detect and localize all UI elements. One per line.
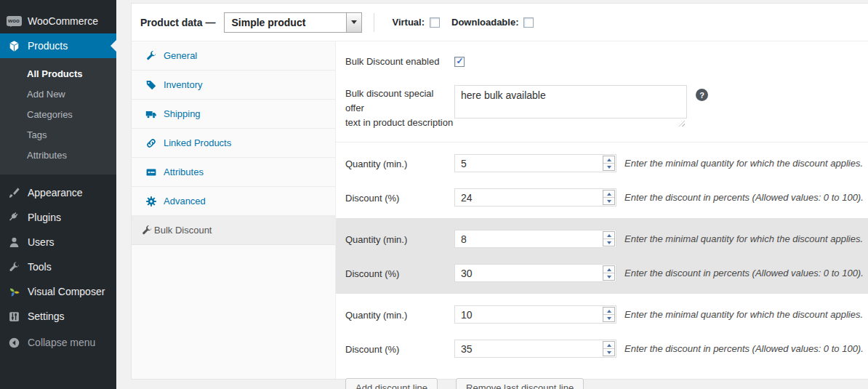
tab-label: Shipping [164, 108, 201, 119]
woocommerce-icon: woo [6, 16, 22, 26]
pinwheel-icon [6, 286, 22, 298]
tab-label: General [164, 50, 197, 61]
tab-label: Bulk Discount [154, 225, 212, 236]
dropdown-arrow-icon[interactable] [346, 13, 361, 32]
quantity-input-box [454, 154, 616, 172]
spin-up-icon[interactable] [603, 191, 614, 197]
sidebar-item-categories[interactable]: Categories [0, 105, 116, 125]
wrench-icon [6, 261, 22, 273]
discount-input[interactable] [455, 192, 603, 204]
spin-up-icon[interactable] [603, 308, 614, 314]
gear-icon [145, 196, 157, 207]
bulk-discount-enabled-checkbox[interactable] [454, 57, 465, 67]
field-label: Discount (%) [345, 341, 454, 357]
downloadable-option: Downloadable: [451, 17, 534, 28]
sidebar-item-visual-composer[interactable]: Visual Composer [0, 279, 116, 304]
spin-down-icon[interactable] [603, 163, 614, 170]
spin-down-icon[interactable] [603, 197, 614, 204]
spin-down-icon[interactable] [603, 238, 614, 246]
sliders-icon [6, 310, 22, 323]
tab-general[interactable]: General [132, 41, 335, 71]
collapse-menu-button[interactable]: Collapse menu [0, 330, 116, 355]
virtual-option: Virtual: [392, 17, 440, 28]
quantity-input[interactable] [455, 309, 603, 321]
quantity-input[interactable] [455, 233, 603, 245]
field-hint: Enter the minimal quantity for which the… [624, 309, 863, 320]
product-data-header: Product data — Simple product Virtual: D… [132, 4, 868, 41]
downloadable-label: Downloadable: [451, 17, 518, 28]
remove-last-discount-line-button[interactable]: Remove last discount line [456, 378, 584, 389]
sidebar-item-tools[interactable]: Tools [0, 254, 116, 279]
offer-textarea[interactable]: here bulk available [454, 85, 687, 119]
tag-icon [145, 79, 157, 91]
bulk-discount-enabled-row: Bulk Discount enabled [345, 55, 868, 69]
tab-label: Advanced [164, 196, 206, 206]
discount-block-2: Quantity (min.) Enter the minimal quanti… [336, 218, 868, 294]
field-label: Quantity (min.) [345, 307, 454, 323]
spin-down-icon[interactable] [603, 314, 614, 321]
spin-up-icon[interactable] [603, 266, 614, 273]
sidebar-item-all-products[interactable]: All Products [0, 64, 116, 84]
spinner-buttons[interactable] [603, 190, 615, 205]
resize-grip-icon[interactable] [678, 120, 685, 127]
quantity-input[interactable] [455, 158, 603, 169]
spinner-buttons[interactable] [603, 156, 615, 171]
sidebar-item-label: Users [28, 236, 55, 248]
virtual-checkbox[interactable] [430, 17, 440, 28]
tab-inventory[interactable]: Inventory [132, 71, 335, 100]
tab-advanced[interactable]: Advanced [132, 187, 335, 216]
field-label: Quantity (min.) [345, 156, 454, 172]
quantity-row: Quantity (min.) Enter the minimal quanti… [345, 297, 868, 332]
sidebar-item-label: Visual Composer [28, 286, 105, 297]
spin-up-icon[interactable] [603, 342, 614, 348]
collapse-arrow-icon [6, 337, 22, 349]
sidebar-item-label: WooCommerce [28, 15, 98, 27]
bulk-discount-settings-group: Bulk Discount enabled Bulk discount spec… [336, 41, 868, 143]
sidebar-item-settings[interactable]: Settings [0, 304, 116, 329]
sidebar-item-attributes[interactable]: Attributes [0, 145, 116, 166]
tab-linked-products[interactable]: Linked Products [132, 129, 335, 158]
virtual-label: Virtual: [392, 17, 425, 28]
tab-shipping[interactable]: Shipping [132, 100, 335, 129]
brush-icon [6, 187, 22, 199]
spin-down-icon[interactable] [603, 273, 614, 280]
product-type-select[interactable]: Simple product [224, 12, 362, 33]
sidebar-item-label: Collapse menu [28, 337, 95, 348]
downloadable-checkbox[interactable] [523, 17, 534, 28]
plug-icon [6, 212, 22, 224]
field-hint: Enter the minimal quantity for which the… [624, 158, 863, 169]
discount-input-box [454, 264, 616, 282]
spinner-buttons[interactable] [603, 341, 615, 356]
spin-up-icon[interactable] [603, 156, 614, 163]
spinner-buttons[interactable] [603, 265, 615, 281]
sidebar-item-label: Tools [28, 261, 52, 273]
spinner-buttons[interactable] [603, 307, 615, 322]
discount-input[interactable] [455, 268, 603, 279]
spinner-buttons[interactable] [603, 231, 615, 246]
tab-attributes[interactable]: Attributes [132, 158, 335, 187]
admin-sidebar: woo WooCommerce Products All Products Ad… [0, 0, 116, 389]
sidebar-item-woocommerce[interactable]: woo WooCommerce [0, 9, 116, 33]
field-label: Quantity (min.) [345, 231, 454, 247]
products-icon [6, 40, 22, 52]
product-data-body: General Inventory Shipping Linked Produc… [132, 41, 868, 379]
tab-bulk-discount[interactable]: Bulk Discount [132, 216, 335, 245]
help-tip-icon[interactable]: ? [696, 89, 708, 101]
sidebar-item-plugins[interactable]: Plugins [0, 205, 116, 230]
quantity-input-box [454, 305, 616, 324]
products-submenu: All Products Add New Categories Tags Att… [0, 58, 116, 175]
spin-up-icon[interactable] [603, 232, 614, 238]
sidebar-item-products[interactable]: Products [0, 33, 116, 58]
offer-text-row: Bulk discount special offer text in prod… [345, 85, 868, 130]
discount-input[interactable] [455, 343, 603, 355]
admin-content: Product data — Simple product Virtual: D… [116, 0, 868, 389]
add-discount-line-button[interactable]: Add discount line [345, 378, 438, 389]
sidebar-item-tags[interactable]: Tags [0, 125, 116, 145]
sidebar-item-add-new[interactable]: Add New [0, 84, 116, 105]
wrench-icon [141, 225, 153, 236]
spin-down-icon[interactable] [603, 348, 614, 356]
sidebar-item-users[interactable]: Users [0, 230, 116, 254]
sidebar-item-appearance[interactable]: Appearance [0, 180, 116, 205]
sidebar-divider [0, 175, 116, 180]
truck-icon [145, 108, 157, 120]
